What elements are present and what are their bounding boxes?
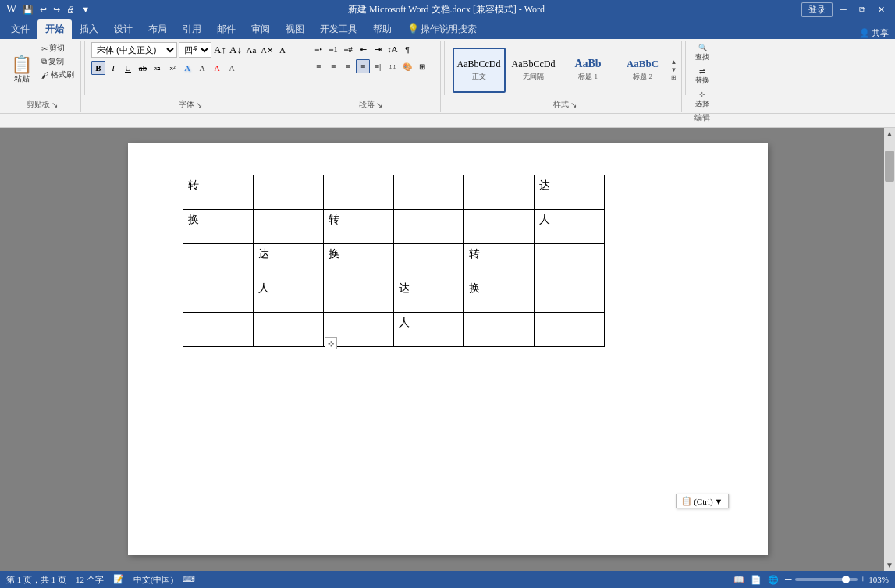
paste-button[interactable]: 📋 粘贴 (6, 42, 37, 97)
align-right-btn[interactable]: ≡ (341, 59, 355, 73)
print-layout-icon[interactable]: 📄 (751, 575, 762, 585)
format-painter-button[interactable]: 🖌 格式刷 (38, 69, 77, 81)
table-cell[interactable]: 转 (463, 244, 534, 278)
table-cell[interactable] (323, 278, 393, 313)
tab-references[interactable]: 引用 (175, 19, 209, 39)
zoom-slider-thumb[interactable] (842, 576, 850, 583)
increase-font-btn[interactable]: A↑ (213, 43, 227, 57)
superscript-button[interactable]: x² (165, 61, 179, 75)
table-cell[interactable] (183, 313, 253, 347)
table-cell[interactable]: 转 (323, 210, 393, 244)
show-formatting-btn[interactable]: ¶ (400, 42, 414, 56)
subscript-button[interactable]: x₂ (151, 61, 165, 75)
web-layout-icon[interactable]: 🌐 (768, 575, 779, 585)
tab-developer[interactable]: 开发工具 (312, 19, 365, 39)
change-case-btn[interactable]: Aa (244, 43, 258, 57)
tab-home[interactable]: 开始 (37, 19, 72, 39)
clipboard-expand-icon[interactable]: ↘ (51, 101, 58, 109)
paste-options-button[interactable]: 📋 (Ctrl) ▼ (676, 494, 728, 508)
bullets-btn[interactable]: ≡• (311, 42, 325, 56)
login-button[interactable]: 登录 (801, 2, 833, 17)
increase-indent-btn[interactable]: ⇥ (371, 42, 385, 56)
tab-design[interactable]: 设计 (106, 19, 140, 39)
line-spacing-btn[interactable]: ↕↕ (385, 59, 400, 73)
tab-insert[interactable]: 插入 (72, 19, 106, 39)
table-cell[interactable] (534, 278, 604, 313)
table-cell[interactable]: 人 (393, 313, 463, 347)
find-button[interactable]: 🔍 查找 (692, 42, 712, 64)
font-expand-icon[interactable]: ↘ (196, 101, 202, 109)
quick-access-more-btn[interactable]: ▼ (80, 5, 91, 15)
table-cell[interactable] (253, 175, 323, 210)
underline-button[interactable]: U (121, 61, 135, 75)
font-size-select[interactable]: 四号 (179, 42, 211, 58)
clear-formatting-btn[interactable]: A✕ (260, 43, 274, 57)
table-cell[interactable]: 转 (183, 175, 253, 210)
justify-btn[interactable]: ≡ (356, 59, 370, 73)
align-center-btn[interactable]: ≡ (326, 59, 340, 73)
table-cell[interactable] (323, 175, 393, 210)
table-cell[interactable] (183, 278, 253, 313)
tab-file[interactable]: 文件 (3, 19, 37, 39)
styles-scroll-down[interactable]: ▼ (671, 66, 677, 73)
read-mode-icon[interactable]: 📖 (733, 575, 744, 585)
strikethrough-button[interactable]: ab (136, 61, 150, 75)
table-cell[interactable]: 换 (183, 210, 253, 244)
styles-expand[interactable]: ⊞ (671, 74, 677, 81)
zoom-slider[interactable] (795, 578, 858, 581)
table-cell[interactable] (183, 244, 253, 278)
table-cell[interactable]: 换 (323, 244, 393, 278)
select-button[interactable]: ⊹ 选择 (692, 89, 712, 111)
zoom-level[interactable]: 103% (868, 575, 889, 584)
replace-button[interactable]: ⇌ 替换 (692, 66, 712, 87)
borders-btn[interactable]: ⊞ (415, 59, 429, 73)
tab-review[interactable]: 审阅 (243, 19, 278, 39)
restore-button[interactable]: ⧉ (854, 3, 870, 16)
table-cell[interactable] (393, 210, 463, 244)
table-cell[interactable] (253, 210, 323, 244)
style-no-spacing[interactable]: AaBbCcDd 无间隔 (507, 48, 560, 93)
align-left-btn[interactable]: ≡ (311, 59, 325, 73)
undo-quick-btn[interactable]: ↩ (38, 5, 48, 15)
tab-help[interactable]: 帮助 (365, 19, 400, 39)
scroll-down-arrow[interactable]: ▼ (884, 559, 895, 571)
shading-btn[interactable]: 🎨 (400, 59, 414, 73)
style-heading1[interactable]: AaBb 标题 1 (562, 48, 615, 93)
share-button[interactable]: 👤 共享 (859, 27, 889, 39)
table-move-handle[interactable]: ⊹ (325, 337, 337, 349)
table-cell[interactable]: 换 (463, 278, 534, 313)
tab-mailings[interactable]: 邮件 (209, 19, 243, 39)
table-cell[interactable] (463, 175, 534, 210)
close-button[interactable]: ✕ (873, 3, 889, 16)
sort-btn[interactable]: ↕A (385, 42, 400, 56)
text-effects-btn[interactable]: A (180, 61, 194, 75)
scroll-thumb[interactable] (885, 151, 894, 182)
vertical-scrollbar[interactable]: ▲ ▼ (884, 128, 895, 571)
table-cell[interactable] (534, 313, 604, 347)
bold-button[interactable]: B (91, 61, 105, 75)
style-heading2[interactable]: AaBbC 标题 2 (616, 48, 669, 93)
highlight-color-btn[interactable]: A (195, 61, 209, 75)
scroll-up-arrow[interactable]: ▲ (884, 128, 895, 140)
decrease-font-btn[interactable]: A↓ (229, 43, 243, 57)
numbering-btn[interactable]: ≡1 (326, 42, 340, 56)
multilevel-list-btn[interactable]: ≡# (341, 42, 355, 56)
styles-expand-icon[interactable]: ↘ (570, 101, 577, 109)
minimize-button[interactable]: ─ (836, 3, 851, 16)
table-cell[interactable] (463, 313, 534, 347)
redo-quick-btn[interactable]: ↪ (51, 5, 62, 15)
table-cell[interactable] (463, 210, 534, 244)
table-cell[interactable] (393, 175, 463, 210)
print-quick-btn[interactable]: 🖨 (65, 5, 76, 15)
table-cell[interactable] (534, 244, 604, 278)
save-quick-btn[interactable]: 💾 (21, 5, 35, 15)
table-cell[interactable]: 达 (253, 244, 323, 278)
table-cell[interactable] (253, 313, 323, 347)
paragraph-expand-icon[interactable]: ↘ (376, 101, 382, 109)
italic-button[interactable]: I (106, 61, 120, 75)
font-color-more-btn[interactable]: A (225, 61, 239, 75)
table-cell[interactable]: 人 (253, 278, 323, 313)
decrease-indent-btn[interactable]: ⇤ (356, 42, 370, 56)
tab-view[interactable]: 视图 (278, 19, 312, 39)
font-color-btn[interactable]: A (210, 61, 224, 75)
